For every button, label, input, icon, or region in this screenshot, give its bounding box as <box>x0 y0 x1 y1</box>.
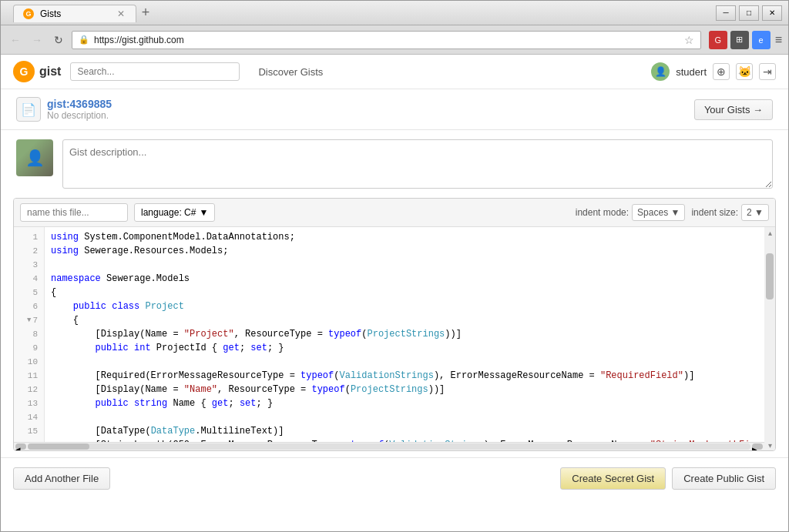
back-button[interactable]: ← <box>7 32 24 49</box>
line-11: 11 <box>14 369 44 383</box>
window-controls: ─ □ ✕ <box>716 5 782 21</box>
user-avatar-large: 👤 <box>16 139 53 176</box>
line-6: 6 <box>14 299 44 313</box>
line-14: 14 <box>14 410 44 424</box>
indent-mode-label: indent mode: <box>576 207 629 218</box>
line-9: 9 <box>14 341 44 355</box>
vertical-scrollbar[interactable]: ▴ ▾ <box>764 227 775 450</box>
toolbar-icons: G ⊞ e <box>709 31 771 49</box>
language-select[interactable]: language: C# ▼ <box>134 203 215 222</box>
new-tab-button[interactable]: + <box>136 4 155 22</box>
footer-right-buttons: Create Secret Gist Create Public Gist <box>560 467 776 490</box>
line-10: 10 <box>14 355 44 369</box>
header-icon-1[interactable]: ⊕ <box>713 63 730 80</box>
refresh-button[interactable]: ↻ <box>50 32 67 49</box>
indent-size-value: 2 <box>747 207 752 218</box>
filename-input[interactable] <box>20 203 128 222</box>
gist-id[interactable]: gist:4369885 <box>47 98 112 110</box>
code-line-15: [DataType(DataType.MultilineText)] <box>51 424 758 438</box>
gist-info-text: gist:4369885 No description. <box>47 98 112 121</box>
avatar-image: 👤 <box>16 139 53 176</box>
lock-icon: 🔒 <box>79 35 89 45</box>
site-header: G gist Discover Gists 👤 studert ⊕ 🐱 ⇥ <box>1 55 788 89</box>
code-line-9: public int ProjectId { get; set; } <box>51 341 758 355</box>
code-line-8: [Display(Name = "Project", ResourceType … <box>51 327 758 341</box>
header-icon-3[interactable]: ⇥ <box>759 63 776 80</box>
indent-mode-select[interactable]: Spaces ▼ <box>632 204 685 221</box>
close-button[interactable]: ✕ <box>762 5 782 21</box>
code-inner: 1 2 3 4 5 6 ▼7 8 9 10 11 12 13 <box>14 227 764 450</box>
forward-button[interactable]: → <box>29 32 45 49</box>
minimize-button[interactable]: ─ <box>716 5 736 21</box>
indent-mode-value: Spaces <box>637 207 668 218</box>
h-scroll-right-arrow[interactable]: ▸ <box>752 443 763 450</box>
v-scroll-down-arrow[interactable]: ▾ <box>766 440 774 450</box>
extension-icon-2[interactable]: ⊞ <box>730 31 749 49</box>
line-7: ▼7 <box>14 313 44 327</box>
user-avatar: 👤 <box>651 62 670 81</box>
search-input[interactable] <box>70 62 240 81</box>
line-12: 12 <box>14 383 44 396</box>
line-2: 2 <box>14 244 44 258</box>
h-scroll-thumb[interactable] <box>28 443 89 450</box>
code-line-5: { <box>51 286 758 299</box>
gist-id-section: 📄 gist:4369885 No description. <box>16 97 112 122</box>
browser-window: G Gists ✕ + ─ □ ✕ ← → ↻ 🔒 https://gist.g… <box>0 0 789 532</box>
code-line-2: using Sewerage.Resources.Models; <box>51 244 758 258</box>
octocat-icon: G <box>13 61 35 82</box>
line-13: 13 <box>14 396 44 410</box>
logo-text: gist <box>39 65 61 79</box>
code-line-12: [Display(Name = "Name", ResourceType = t… <box>51 383 758 396</box>
tab-favicon: G <box>23 8 34 19</box>
title-bar: G Gists ✕ + ─ □ ✕ <box>1 1 788 25</box>
extension-icon-1[interactable]: G <box>709 31 727 49</box>
line-numbers: 1 2 3 4 5 6 ▼7 8 9 10 11 12 13 <box>14 227 45 442</box>
language-dropdown-icon: ▼ <box>199 207 208 218</box>
tab-close-button[interactable]: ✕ <box>116 8 126 19</box>
fold-arrow-icon: ▼ <box>27 313 31 327</box>
extension-icon-3[interactable]: e <box>752 31 771 49</box>
bookmark-star-icon[interactable]: ☆ <box>684 34 694 46</box>
header-icon-2[interactable]: 🐱 <box>736 63 753 80</box>
code-line-4: namespace Sewerage.Models <box>51 272 758 286</box>
v-scroll-up-arrow[interactable]: ▴ <box>766 227 774 238</box>
indent-size-control: indent size: 2 ▼ <box>691 204 769 221</box>
restore-button[interactable]: □ <box>739 5 759 21</box>
code-line-3 <box>51 258 758 272</box>
editor-right-controls: indent mode: Spaces ▼ indent size: 2 ▼ <box>576 204 769 221</box>
create-public-gist-button[interactable]: Create Public Gist <box>672 467 776 490</box>
browser-tab[interactable]: G Gists ✕ <box>13 5 136 22</box>
gist-logo: G gist <box>13 61 61 82</box>
code-lines: using System.ComponentModel.DataAnnotati… <box>45 227 764 442</box>
code-line-11: [Required(ErrorMessageResourceType = typ… <box>51 369 758 383</box>
indent-size-label: indent size: <box>691 207 738 218</box>
indent-size-dropdown-icon: ▼ <box>754 207 764 218</box>
code-editor[interactable]: 1 2 3 4 5 6 ▼7 8 9 10 11 12 13 <box>14 227 775 450</box>
indent-size-select[interactable]: 2 ▼ <box>741 204 769 221</box>
line-5: 5 <box>14 286 44 299</box>
line-8: 8 <box>14 327 44 341</box>
h-scroll-left-arrow[interactable]: ◂ <box>15 443 26 450</box>
tab-title: Gists <box>40 8 61 19</box>
gist-description-input[interactable] <box>62 139 773 189</box>
chrome-menu-icon[interactable]: ≡ <box>775 33 782 47</box>
gist-info-bar: 📄 gist:4369885 No description. Your Gist… <box>1 89 788 130</box>
v-scroll-thumb[interactable] <box>766 253 774 299</box>
gist-no-description: No description. <box>47 110 112 121</box>
url-bar[interactable]: 🔒 https://gist.github.com ☆ <box>72 31 701 49</box>
line-3: 3 <box>14 258 44 272</box>
discover-gists-link[interactable]: Discover Gists <box>258 66 323 78</box>
tab-bar: G Gists ✕ + <box>7 4 161 22</box>
page-footer: Add Another File Create Secret Gist Crea… <box>1 457 788 499</box>
create-secret-gist-button[interactable]: Create Secret Gist <box>560 467 666 490</box>
your-gists-button[interactable]: Your Gists → <box>694 99 773 120</box>
line-15: 15 <box>14 424 44 438</box>
add-another-file-button[interactable]: Add Another File <box>13 467 110 490</box>
code-line-7: { <box>51 313 758 327</box>
code-line-13: public string Name { get; set; } <box>51 396 758 410</box>
address-bar: ← → ↻ 🔒 https://gist.github.com ☆ G ⊞ e … <box>1 25 788 55</box>
code-line-1: using System.ComponentModel.DataAnnotati… <box>51 230 758 244</box>
code-area: 1 2 3 4 5 6 ▼7 8 9 10 11 12 13 <box>14 227 764 442</box>
horizontal-scrollbar[interactable]: ◂ ▸ <box>14 442 764 450</box>
header-right: 👤 studert ⊕ 🐱 ⇥ <box>651 62 776 81</box>
